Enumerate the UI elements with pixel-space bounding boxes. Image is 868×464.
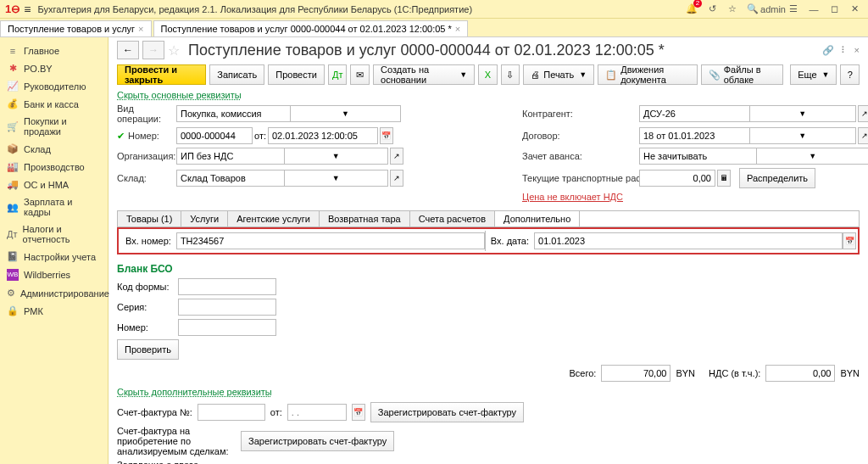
sidebar-item-main[interactable]: ≡Главное	[0, 42, 108, 59]
sf-date-field[interactable]	[287, 404, 347, 421]
back-button[interactable]: ←	[117, 41, 139, 59]
date-field[interactable]	[268, 127, 378, 144]
open-icon[interactable]: ↗	[858, 127, 868, 144]
calendar-icon[interactable]: 📅	[843, 232, 856, 249]
gear-icon: ⚙	[7, 288, 15, 299]
search-icon[interactable]: 🔍	[744, 1, 761, 18]
open-icon[interactable]: ↗	[390, 170, 403, 187]
bso-number-field[interactable]	[178, 319, 276, 336]
advance-field[interactable]: Не зачитывать▼	[639, 148, 868, 165]
tab-close-icon[interactable]: ×	[455, 24, 460, 34]
sidebar-item-trade[interactable]: 🛒Покупки и продажи	[0, 113, 108, 140]
sidebar-item-rmk[interactable]: 🔒РМК	[0, 302, 108, 320]
tax-icon: Дт	[7, 229, 18, 239]
bso-number-label: Номер:	[117, 322, 173, 333]
sf-number-field[interactable]	[198, 404, 265, 421]
tab-returnable[interactable]: Возвратная тара	[320, 211, 410, 226]
sidebar-item-wildberries[interactable]: WBWildberries	[0, 266, 108, 284]
register-sf2-button[interactable]: Зарегистрировать счет-фактуру	[241, 431, 394, 451]
home-icon: ≡	[7, 46, 19, 56]
calendar-icon[interactable]: 📅	[380, 127, 393, 144]
open-icon[interactable]: ↗	[390, 148, 403, 165]
sidebar-item-settings[interactable]: 📓Настройки учета	[0, 248, 108, 266]
open-icon[interactable]: ↗	[858, 105, 868, 122]
sidebar-item-production[interactable]: 🏭Производство	[0, 158, 108, 176]
no-vat-link[interactable]: Цена не включает НДС	[522, 192, 623, 202]
in-date-field[interactable]	[534, 232, 843, 249]
close-icon[interactable]: ✕	[846, 1, 863, 18]
number-field[interactable]	[176, 127, 253, 144]
num-label: Номер:	[128, 131, 159, 141]
notebook-icon: 📓	[7, 251, 19, 262]
hide-main-link[interactable]: Скрыть основные реквизиты	[117, 90, 860, 100]
close-page-icon[interactable]: ×	[854, 45, 860, 56]
tab-close-icon[interactable]: ×	[138, 24, 143, 34]
contract-label: Договор:	[522, 131, 632, 141]
advance-label: Зачет аванса:	[522, 151, 632, 161]
sidebar-item-bank[interactable]: 💰Банк и касса	[0, 95, 108, 113]
movements-button[interactable]: 📋 Движения документа	[598, 64, 698, 85]
dtkt-icon[interactable]: Дт	[328, 64, 348, 85]
warehouse-field[interactable]: Склад Товаров▼	[176, 170, 388, 187]
sf-from-label: от:	[270, 407, 282, 417]
bell-icon[interactable]: 🔔	[683, 1, 700, 18]
warehouse-label: Склад:	[117, 173, 170, 183]
envelope-icon[interactable]: ✉	[350, 64, 370, 85]
in-num-field[interactable]	[176, 232, 485, 249]
transport-field[interactable]	[639, 170, 715, 187]
chart-icon: 📈	[7, 81, 19, 92]
sidebar-item-admin[interactable]: ⚙Администрирование	[0, 284, 108, 302]
tab-accounts[interactable]: Счета расчетов	[410, 211, 495, 226]
user-label[interactable]: admin	[765, 1, 782, 18]
contr-field[interactable]: ДСУ-26▼	[639, 105, 856, 122]
bso-series-field[interactable]	[178, 299, 276, 316]
menu-icon[interactable]: ≡	[24, 3, 31, 16]
check-button[interactable]: Проверить	[117, 339, 179, 360]
maximize-icon[interactable]: ◻	[826, 1, 843, 18]
minimize-icon[interactable]: —	[805, 1, 822, 18]
tab-additional[interactable]: Дополнительно	[495, 211, 580, 226]
vat-currency: BYN	[840, 368, 860, 378]
create-based-button[interactable]: Создать на основании▼	[373, 64, 475, 85]
post-button[interactable]: Провести	[268, 64, 325, 85]
contr-label: Контрагент:	[522, 109, 632, 119]
tab-list[interactable]: Поступление товаров и услуг×	[0, 20, 152, 36]
print-button[interactable]: 🖨 Печать▼	[523, 64, 594, 85]
history-icon[interactable]: ↺	[704, 1, 721, 18]
register-sf-button[interactable]: Зарегистрировать счет-фактуру	[370, 402, 524, 422]
sidebar-item-assets[interactable]: 🚚ОС и НМА	[0, 176, 108, 193]
sidebar-item-manager[interactable]: 📈Руководителю	[0, 77, 108, 95]
pin-icon[interactable]: ⠇	[841, 45, 848, 56]
star-icon[interactable]: ☆	[724, 1, 741, 18]
export-icon[interactable]: ⇩	[501, 64, 520, 85]
org-field[interactable]: ИП без НДС▼	[176, 148, 388, 165]
hide-extra-link[interactable]: Скрыть дополнительные реквизиты	[117, 387, 860, 397]
inner-tabs: Товары (1) Услуги Агентские услуги Возвр…	[117, 210, 860, 227]
tab-document[interactable]: Поступление товаров и услуг 0000-000044 …	[153, 20, 469, 36]
more-button[interactable]: Еще▼	[790, 64, 837, 85]
link-icon[interactable]: 🔗	[822, 45, 834, 56]
contract-field[interactable]: 18 от 01.01.2023▼	[639, 127, 856, 144]
tab-agent[interactable]: Агентские услуги	[228, 211, 320, 226]
help-button[interactable]: ?	[840, 64, 860, 85]
op-field[interactable]: Покупка, комиссия▼	[176, 105, 401, 122]
calc-icon[interactable]: 🖩	[717, 170, 731, 187]
sidebar-item-hr[interactable]: 👥Зарплата и кадры	[0, 193, 108, 221]
vat-label: НДС (в т.ч.):	[709, 368, 760, 378]
bso-formcode-field[interactable]	[178, 278, 276, 295]
sidebar-item-poby[interactable]: ✱PO.BY	[0, 59, 108, 77]
settings-icon[interactable]: ☰	[785, 1, 802, 18]
favorite-icon[interactable]: ☆	[168, 42, 180, 59]
total-currency: BYN	[676, 368, 695, 378]
sidebar-item-taxes[interactable]: ДтНалоги и отчетность	[0, 221, 108, 248]
sidebar-item-warehouse[interactable]: 📦Склад	[0, 140, 108, 158]
excel-icon[interactable]: X	[478, 64, 498, 85]
post-and-close-button[interactable]: Провести и закрыть	[117, 64, 206, 85]
tab-goods[interactable]: Товары (1)	[118, 211, 181, 226]
forward-button[interactable]: →	[142, 41, 164, 59]
distribute-button[interactable]: Распределить	[739, 168, 815, 188]
cloud-files-button[interactable]: 📎 Файлы в облаке	[701, 64, 783, 85]
save-button[interactable]: Записать	[209, 64, 264, 85]
calendar-icon[interactable]: 📅	[352, 404, 365, 421]
tab-services[interactable]: Услуги	[181, 211, 228, 226]
